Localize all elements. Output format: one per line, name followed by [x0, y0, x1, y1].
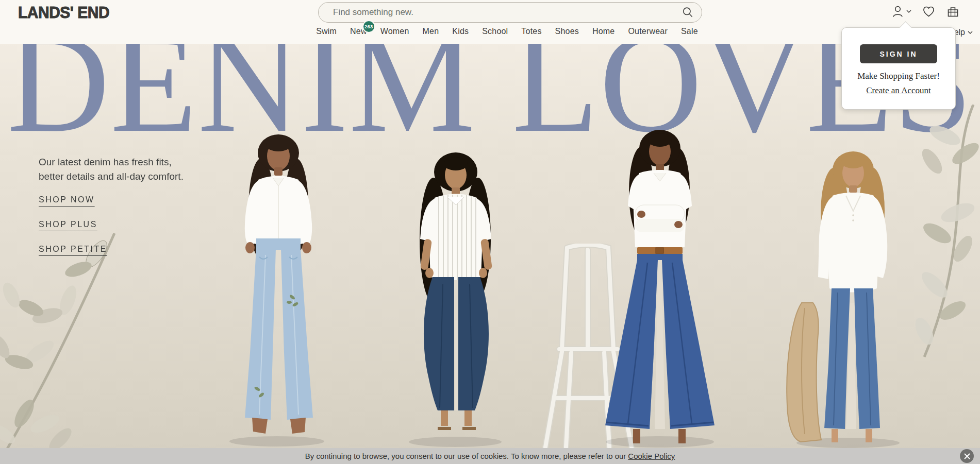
nav-item-sale[interactable]: Sale [681, 27, 698, 36]
chevron-down-icon [968, 31, 973, 35]
popover-tagline: Make Shopping Faster! [842, 71, 955, 81]
create-account-link[interactable]: Create an Account [842, 85, 955, 96]
nav-item-outerwear[interactable]: Outerwear [628, 27, 668, 36]
floral-decoration-left [0, 218, 122, 464]
nav-item-kids[interactable]: Kids [452, 27, 469, 36]
account-button[interactable] [891, 5, 911, 19]
cookie-close-button[interactable] [960, 449, 974, 463]
nav-item-home[interactable]: Home [592, 27, 614, 36]
cart-button[interactable] [946, 5, 960, 19]
wishlist-button[interactable] [922, 5, 936, 19]
nav-item-school[interactable]: School [482, 27, 508, 36]
wishlist-heart-icon [922, 5, 936, 19]
search-bar[interactable] [318, 2, 702, 23]
shop-now-link[interactable]: SHOP NOW [39, 195, 95, 204]
nav-item-new[interactable]: New263 [350, 27, 367, 36]
model-wide-leg-jeans [588, 128, 732, 450]
hero-copy-block: Our latest denim has fresh fits, better … [39, 155, 184, 254]
new-count-badge: 263 [362, 20, 375, 33]
account-icon [891, 5, 905, 19]
cart-tote-icon [946, 5, 960, 19]
shop-petite-link[interactable]: SHOP PETITE [39, 245, 107, 254]
model-light-jeans [214, 131, 343, 448]
hero-tagline-line1: Our latest denim has fresh fits, [39, 155, 184, 169]
hero-tagline-line2: better details and all-day comfort. [39, 169, 184, 184]
cookie-banner: By continuing to browse, you consent to … [0, 448, 980, 464]
nav-item-shoes[interactable]: Shoes [555, 27, 579, 36]
hero-banner: DENIM LOVES [0, 44, 980, 464]
nav-item-swim[interactable]: Swim [316, 27, 337, 36]
model-striped-shirt [389, 150, 523, 449]
nav-item-women[interactable]: Women [380, 27, 409, 36]
search-icon[interactable] [681, 6, 694, 19]
model-with-coat [771, 148, 915, 450]
close-icon [964, 453, 970, 459]
site-header: LANDS' END Swim New26 [0, 0, 980, 44]
account-popover: SIGN IN Make Shopping Faster! Create an … [841, 27, 956, 110]
cookie-policy-link[interactable]: Cookie Policy [628, 452, 675, 460]
sign-in-button[interactable]: SIGN IN [860, 44, 937, 63]
lands-end-logo[interactable]: LANDS' END [18, 3, 109, 22]
cookie-message: By continuing to browse, you consent to … [305, 452, 626, 460]
nav-item-men[interactable]: Men [423, 27, 439, 36]
hero-headline: DENIM LOVES [0, 44, 980, 154]
shop-plus-link[interactable]: SHOP PLUS [39, 220, 97, 229]
chevron-down-icon [906, 10, 911, 13]
search-input[interactable] [332, 7, 681, 18]
main-navigation: Swim New263 Women Men Kids School Totes … [0, 27, 980, 36]
nav-item-totes[interactable]: Totes [521, 27, 541, 36]
